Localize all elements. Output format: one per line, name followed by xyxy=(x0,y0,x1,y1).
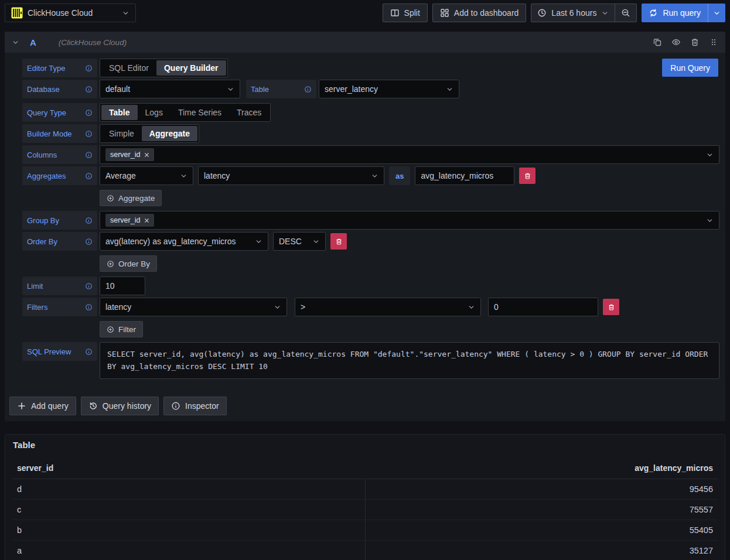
filter-value-input[interactable] xyxy=(488,298,598,316)
clock-icon xyxy=(537,8,547,18)
database-select[interactable]: default xyxy=(100,80,240,98)
hide-response-eye-icon[interactable] xyxy=(671,37,681,47)
builder-mode-simple[interactable]: Simple xyxy=(101,126,142,141)
info-icon[interactable] xyxy=(85,172,93,180)
circled-plus-icon xyxy=(107,260,114,268)
query-type-traces[interactable]: Traces xyxy=(229,105,269,120)
chevron-down-icon xyxy=(227,86,234,93)
limit-input[interactable] xyxy=(100,276,145,295)
add-to-dashboard-button[interactable]: Add to dashboard xyxy=(432,4,527,22)
split-button[interactable]: Split xyxy=(383,4,428,22)
filter-operator-select[interactable]: > xyxy=(295,298,481,316)
chevron-down-icon xyxy=(122,9,129,17)
info-circle-icon xyxy=(171,401,180,411)
info-icon[interactable] xyxy=(85,151,93,159)
remove-tag-icon[interactable] xyxy=(144,218,149,223)
query-row-actions xyxy=(653,37,718,47)
drag-handle-icon[interactable] xyxy=(709,37,718,47)
split-icon xyxy=(390,8,400,18)
info-icon[interactable] xyxy=(85,282,93,290)
group-by-tag: server_id xyxy=(105,214,154,227)
add-to-dashboard-label: Add to dashboard xyxy=(454,8,519,18)
editor-type-label: Editor Type xyxy=(22,59,97,77)
inspector-button[interactable]: Inspector xyxy=(163,397,227,415)
query-actions-footer: Add query Query history Inspector xyxy=(5,381,725,421)
history-icon xyxy=(88,401,98,411)
run-query-split-button: Run query xyxy=(642,4,725,22)
sql-preview-label: SQL Preview xyxy=(22,342,97,361)
circled-plus-icon xyxy=(107,326,114,333)
query-type-logs[interactable]: Logs xyxy=(138,105,170,120)
circled-plus-icon xyxy=(107,194,114,202)
add-aggregate-button[interactable]: Aggregate xyxy=(100,190,162,206)
table-select[interactable]: server_latency xyxy=(319,80,459,98)
query-editor-row: A (ClickHouse Cloud) Run Query Editor Ty… xyxy=(5,32,725,421)
aggregate-function-select[interactable]: Average xyxy=(100,166,193,185)
database-label: Database xyxy=(22,80,97,98)
info-icon[interactable] xyxy=(304,86,312,93)
info-icon[interactable] xyxy=(85,348,93,356)
time-range-picker[interactable]: Last 6 hours xyxy=(531,4,615,22)
info-icon[interactable] xyxy=(85,217,93,224)
chevron-down-icon xyxy=(468,303,475,311)
remove-order-by-button[interactable] xyxy=(330,233,347,250)
add-order-by-button[interactable]: Order By xyxy=(100,255,157,272)
run-query-editor-button[interactable]: Run Query xyxy=(662,59,718,77)
order-by-expression-select[interactable]: avg(latency) as avg_latency_micros xyxy=(100,232,268,251)
clickhouse-logo-icon xyxy=(11,7,23,19)
filter-column-select[interactable]: latency xyxy=(100,298,287,316)
trash-icon xyxy=(524,172,531,180)
query-row-header[interactable]: A (ClickHouse Cloud) xyxy=(5,32,725,53)
remove-query-trash-icon[interactable] xyxy=(690,37,700,47)
remove-aggregate-button[interactable] xyxy=(519,168,535,184)
run-query-toolbar-button[interactable]: Run query xyxy=(642,4,708,22)
order-by-direction-select[interactable]: DESC xyxy=(273,232,326,251)
zoom-out-icon xyxy=(621,8,630,18)
column-header-server-id[interactable]: server_id xyxy=(12,459,365,479)
column-header-avg-latency-micros[interactable]: avg_latency_micros xyxy=(365,459,718,479)
add-query-button[interactable]: Add query xyxy=(9,397,76,415)
duplicate-query-icon[interactable] xyxy=(653,37,662,47)
editor-type-query-builder[interactable]: Query Builder xyxy=(156,60,226,76)
group-by-label: Group By xyxy=(22,211,97,230)
info-icon[interactable] xyxy=(85,64,93,72)
table-row: b 55405 xyxy=(12,520,718,541)
info-icon[interactable] xyxy=(85,109,93,117)
info-icon[interactable] xyxy=(85,86,93,93)
info-icon[interactable] xyxy=(85,238,93,245)
chevron-down-icon xyxy=(713,9,721,17)
query-type-table[interactable]: Table xyxy=(101,105,138,120)
table-row: d 95456 xyxy=(12,479,718,500)
editor-type-toggle: SQL Editor Query Builder xyxy=(100,59,228,77)
editor-type-sql-editor[interactable]: SQL Editor xyxy=(101,60,156,76)
builder-mode-aggregate[interactable]: Aggregate xyxy=(142,126,197,141)
cell-avg-latency: 95456 xyxy=(366,479,718,499)
order-by-label: Order By xyxy=(22,232,97,251)
collapse-chevron-icon[interactable] xyxy=(12,39,19,46)
add-filter-button[interactable]: Filter xyxy=(100,321,143,337)
info-icon[interactable] xyxy=(85,130,93,138)
chevron-down-icon xyxy=(371,172,378,180)
dashboard-grid-icon xyxy=(440,8,449,18)
group-by-multiselect[interactable]: server_id xyxy=(100,211,719,230)
query-history-button[interactable]: Query history xyxy=(81,397,159,415)
info-icon[interactable] xyxy=(85,303,93,311)
remove-tag-icon[interactable] xyxy=(144,152,149,158)
plus-icon xyxy=(17,401,26,411)
aggregate-as-label: as xyxy=(389,166,410,185)
aggregate-alias-input[interactable] xyxy=(415,166,514,185)
zoom-out-time-button[interactable] xyxy=(615,4,636,22)
columns-multiselect[interactable]: server_id xyxy=(100,145,719,164)
chevron-down-icon xyxy=(180,172,187,180)
query-type-time-series[interactable]: Time Series xyxy=(170,105,229,120)
query-type-label: Query Type xyxy=(22,103,97,122)
columns-label: Columns xyxy=(22,145,97,164)
toolbar-actions: Split Add to dashboard Last 6 hours Run … xyxy=(383,4,725,22)
time-picker-group: Last 6 hours xyxy=(531,4,637,22)
cell-avg-latency: 35127 xyxy=(366,541,718,560)
datasource-picker[interactable]: ClickHouse Cloud xyxy=(5,4,136,22)
remove-filter-button[interactable] xyxy=(603,299,619,315)
run-query-options-caret[interactable] xyxy=(708,4,725,22)
chevron-down-icon xyxy=(446,86,453,93)
aggregate-column-select[interactable]: latency xyxy=(198,166,384,185)
